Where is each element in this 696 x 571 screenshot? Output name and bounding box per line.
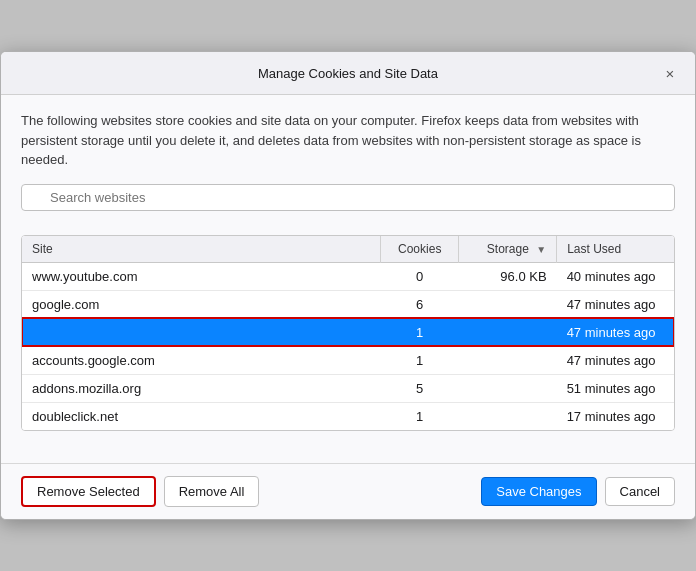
cell-site	[22, 318, 381, 346]
col-header-cookies: Cookies	[381, 236, 459, 263]
footer-left-buttons: Remove Selected Remove All	[21, 476, 259, 507]
cell-storage	[459, 402, 557, 430]
table-header-row: Site Cookies Storage ▼ Last Used	[22, 236, 674, 263]
cell-storage: 96.0 KB	[459, 262, 557, 290]
table-row[interactable]: 147 minutes ago	[22, 318, 674, 346]
remove-all-button[interactable]: Remove All	[164, 476, 260, 507]
cell-site: www.youtube.com	[22, 262, 381, 290]
remove-selected-button[interactable]: Remove Selected	[21, 476, 156, 507]
footer-right-buttons: Save Changes Cancel	[481, 477, 675, 506]
cell-last-used: 47 minutes ago	[557, 318, 674, 346]
cell-last-used: 17 minutes ago	[557, 402, 674, 430]
cell-last-used: 47 minutes ago	[557, 346, 674, 374]
dialog-content: The following websites store cookies and…	[1, 95, 695, 463]
cookies-table: Site Cookies Storage ▼ Last Used www.you…	[22, 236, 674, 430]
cell-storage	[459, 374, 557, 402]
save-changes-button[interactable]: Save Changes	[481, 477, 596, 506]
cell-storage	[459, 318, 557, 346]
cell-site: addons.mozilla.org	[22, 374, 381, 402]
close-button[interactable]: ×	[659, 62, 681, 84]
description-text: The following websites store cookies and…	[21, 111, 675, 170]
cell-site: accounts.google.com	[22, 346, 381, 374]
dialog-footer: Remove Selected Remove All Save Changes …	[1, 463, 695, 519]
table-row[interactable]: doubleclick.net117 minutes ago	[22, 402, 674, 430]
search-input[interactable]	[21, 184, 675, 211]
cell-cookies: 5	[381, 374, 459, 402]
cell-cookies: 1	[381, 402, 459, 430]
manage-cookies-dialog: Manage Cookies and Site Data × The follo…	[0, 51, 696, 520]
cell-cookies: 6	[381, 290, 459, 318]
cell-last-used: 40 minutes ago	[557, 262, 674, 290]
table-row[interactable]: google.com647 minutes ago	[22, 290, 674, 318]
cell-cookies: 0	[381, 262, 459, 290]
cell-site: doubleclick.net	[22, 402, 381, 430]
col-header-storage[interactable]: Storage ▼	[459, 236, 557, 263]
search-wrapper	[21, 184, 675, 223]
cell-cookies: 1	[381, 318, 459, 346]
cell-last-used: 51 minutes ago	[557, 374, 674, 402]
table-row[interactable]: accounts.google.com147 minutes ago	[22, 346, 674, 374]
table-body: www.youtube.com096.0 KB40 minutes agogoo…	[22, 262, 674, 430]
cell-storage	[459, 346, 557, 374]
data-table-wrapper: Site Cookies Storage ▼ Last Used www.you…	[21, 235, 675, 431]
cell-cookies: 1	[381, 346, 459, 374]
col-header-last-used: Last Used	[557, 236, 674, 263]
cell-site: google.com	[22, 290, 381, 318]
cell-storage	[459, 290, 557, 318]
table-row[interactable]: addons.mozilla.org551 minutes ago	[22, 374, 674, 402]
title-bar: Manage Cookies and Site Data ×	[1, 52, 695, 95]
table-row[interactable]: www.youtube.com096.0 KB40 minutes ago	[22, 262, 674, 290]
dialog-title: Manage Cookies and Site Data	[37, 66, 659, 81]
col-header-site: Site	[22, 236, 381, 263]
cell-last-used: 47 minutes ago	[557, 290, 674, 318]
cancel-button[interactable]: Cancel	[605, 477, 675, 506]
sort-arrow-icon: ▼	[536, 244, 546, 255]
